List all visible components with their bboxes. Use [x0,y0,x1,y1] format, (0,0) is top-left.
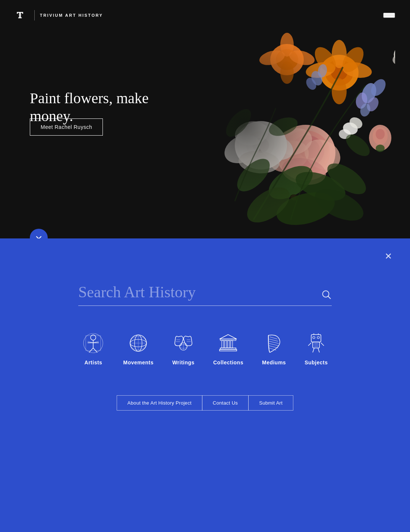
floral-artwork [179,15,395,231]
contact-link-button[interactable]: Contact Us [202,395,249,411]
meet-artist-button[interactable]: Meet Rachel Ruysch [30,118,103,136]
category-artists-label: Artists [85,360,102,365]
svg-line-70 [89,348,93,352]
collections-icon [217,332,239,354]
footer-links: About the Art History Project Contact Us… [22,395,388,411]
svg-line-110 [321,343,324,346]
svg-rect-93 [228,341,230,348]
category-collections[interactable]: Collections [213,332,243,365]
svg-point-104 [313,336,315,339]
hamburger-menu[interactable] [383,13,395,18]
svg-text:𝕋: 𝕋 [17,11,23,20]
search-panel: ✕ [0,238,410,532]
submit-art-link-button[interactable]: Submit Art [248,395,293,411]
scroll-down-button[interactable] [30,229,48,238]
artists-icon [82,332,104,354]
search-area [78,283,332,306]
svg-line-71 [93,348,97,352]
hamburger-line-1 [384,13,394,14]
svg-line-112 [318,348,319,352]
writings-icon [172,332,195,354]
svg-rect-65 [179,15,395,231]
close-button[interactable]: ✕ [385,252,392,261]
category-mediums[interactable]: Mediums [262,332,286,365]
about-link-button[interactable]: About the Art History Project [117,395,202,411]
chevron-down-icon [35,234,42,238]
svg-line-98 [269,339,278,341]
hamburger-line-2 [384,16,394,17]
movements-icon [127,332,149,354]
svg-point-105 [317,336,319,339]
hero-section: 𝕋 TRIVIUM ART HISTORY [0,0,410,238]
svg-rect-94 [231,341,233,348]
svg-line-109 [308,343,311,346]
navbar: 𝕋 TRIVIUM ART HISTORY [0,0,410,31]
category-subjects-label: Subjects [305,360,328,365]
logo-icon: 𝕋 [15,8,29,22]
svg-rect-91 [222,341,224,348]
category-artists[interactable]: Artists [82,332,104,365]
search-button[interactable] [321,289,332,301]
svg-rect-92 [225,341,227,348]
svg-marker-96 [220,335,237,339]
site-title: TRIVIUM ART HISTORY [40,13,103,18]
subjects-icon [305,332,327,354]
logo-divider [34,10,35,20]
mediums-icon [263,332,285,354]
category-subjects[interactable]: Subjects [305,332,328,365]
category-grid: Artists Movements [22,332,388,365]
category-writings[interactable]: Writings [172,332,195,365]
category-movements-label: Movements [123,360,154,365]
svg-line-100 [269,343,279,346]
category-movements[interactable]: Movements [123,332,154,365]
svg-rect-90 [220,349,237,351]
svg-line-101 [269,346,278,348]
search-icon [321,289,332,300]
category-mediums-label: Mediums [262,360,286,365]
category-collections-label: Collections [213,360,243,365]
search-wrapper [78,283,332,306]
svg-line-99 [269,341,279,343]
category-writings-label: Writings [172,360,195,365]
svg-line-97 [269,337,277,339]
svg-rect-103 [311,335,321,342]
search-input[interactable] [78,283,316,301]
svg-line-111 [313,348,314,352]
